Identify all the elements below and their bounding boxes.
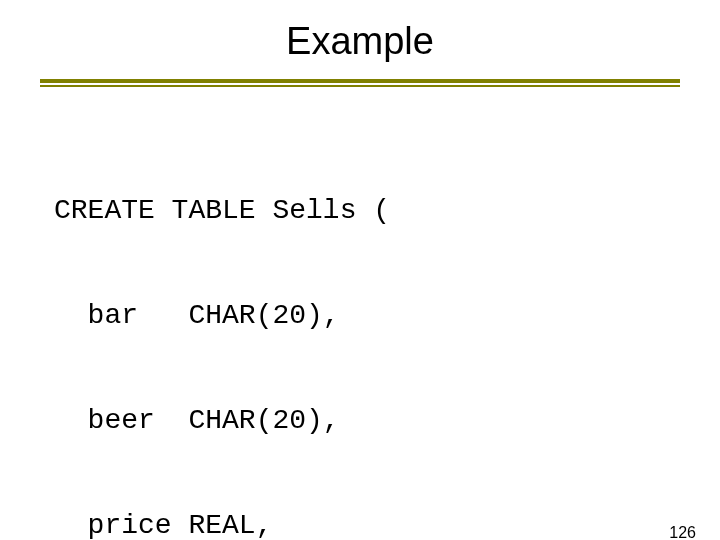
page-number: 126: [669, 524, 696, 540]
title-divider: [40, 79, 680, 87]
code-line: bar CHAR(20),: [54, 298, 720, 333]
code-line: price REAL,: [54, 508, 720, 540]
code-block: CREATE TABLE Sells ( bar CHAR(20), beer …: [54, 123, 720, 540]
code-line: CREATE TABLE Sells (: [54, 193, 720, 228]
code-line: beer CHAR(20),: [54, 403, 720, 438]
page-title: Example: [0, 20, 720, 63]
slide: Example CREATE TABLE Sells ( bar CHAR(20…: [0, 20, 720, 540]
